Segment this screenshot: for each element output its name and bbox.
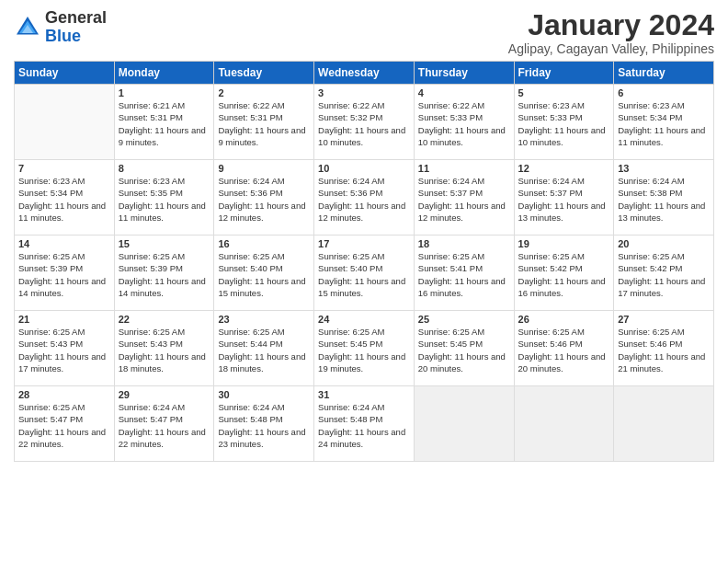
calendar-cell: 11Sunrise: 6:24 AMSunset: 5:37 PMDayligh… xyxy=(414,160,514,236)
header-row: Sunday Monday Tuesday Wednesday Thursday… xyxy=(15,62,714,85)
day-number: 16 xyxy=(218,238,310,249)
calendar-week-1: 7Sunrise: 6:23 AMSunset: 5:34 PMDaylight… xyxy=(15,160,714,236)
day-info: Sunrise: 6:24 AMSunset: 5:48 PMDaylight:… xyxy=(318,401,410,450)
calendar-cell xyxy=(614,386,714,462)
calendar-cell: 23Sunrise: 6:25 AMSunset: 5:44 PMDayligh… xyxy=(214,311,314,386)
col-thursday: Thursday xyxy=(414,62,514,85)
day-info: Sunrise: 6:25 AMSunset: 5:42 PMDaylight:… xyxy=(518,250,610,299)
month-title: January 2024 xyxy=(508,9,714,41)
day-number: 12 xyxy=(518,163,610,174)
calendar-cell: 15Sunrise: 6:25 AMSunset: 5:39 PMDayligh… xyxy=(114,236,214,311)
title-block: January 2024 Aglipay, Cagayan Valley, Ph… xyxy=(508,9,714,56)
calendar-cell: 3Sunrise: 6:22 AMSunset: 5:32 PMDaylight… xyxy=(314,85,415,160)
day-info: Sunrise: 6:25 AMSunset: 5:43 PMDaylight:… xyxy=(18,326,110,374)
calendar-cell: 1Sunrise: 6:21 AMSunset: 5:31 PMDaylight… xyxy=(114,85,214,160)
day-info: Sunrise: 6:25 AMSunset: 5:45 PMDaylight:… xyxy=(318,326,410,374)
day-info: Sunrise: 6:23 AMSunset: 5:34 PMDaylight:… xyxy=(618,99,710,148)
page-container: General Blue January 2024 Aglipay, Cagay… xyxy=(0,0,728,471)
calendar-week-4: 28Sunrise: 6:25 AMSunset: 5:47 PMDayligh… xyxy=(15,386,714,462)
col-wednesday: Wednesday xyxy=(314,62,415,85)
calendar-cell: 10Sunrise: 6:24 AMSunset: 5:36 PMDayligh… xyxy=(314,160,415,236)
logo-text: General Blue xyxy=(45,9,107,46)
calendar-week-3: 21Sunrise: 6:25 AMSunset: 5:43 PMDayligh… xyxy=(15,311,714,386)
calendar-week-2: 14Sunrise: 6:25 AMSunset: 5:39 PMDayligh… xyxy=(15,236,714,311)
col-friday: Friday xyxy=(514,62,614,85)
day-number: 29 xyxy=(119,389,210,400)
day-number: 15 xyxy=(119,238,210,249)
day-number: 19 xyxy=(518,238,610,249)
calendar-week-0: 1Sunrise: 6:21 AMSunset: 5:31 PMDaylight… xyxy=(15,85,714,160)
day-info: Sunrise: 6:24 AMSunset: 5:38 PMDaylight:… xyxy=(618,175,710,224)
calendar-cell: 22Sunrise: 6:25 AMSunset: 5:43 PMDayligh… xyxy=(114,311,214,386)
day-number: 20 xyxy=(618,238,710,249)
day-number: 25 xyxy=(418,314,510,325)
day-info: Sunrise: 6:24 AMSunset: 5:47 PMDaylight:… xyxy=(119,401,210,450)
calendar-cell: 9Sunrise: 6:24 AMSunset: 5:36 PMDaylight… xyxy=(214,160,314,236)
calendar-cell: 13Sunrise: 6:24 AMSunset: 5:38 PMDayligh… xyxy=(614,160,714,236)
day-number: 2 xyxy=(218,87,310,98)
calendar-cell: 28Sunrise: 6:25 AMSunset: 5:47 PMDayligh… xyxy=(15,386,115,462)
logo: General Blue xyxy=(14,9,107,46)
calendar-cell: 16Sunrise: 6:25 AMSunset: 5:40 PMDayligh… xyxy=(214,236,314,311)
calendar-table: Sunday Monday Tuesday Wednesday Thursday… xyxy=(14,61,714,462)
day-number: 31 xyxy=(318,389,410,400)
day-number: 7 xyxy=(18,163,110,174)
day-number: 1 xyxy=(119,87,210,98)
calendar-cell xyxy=(514,386,614,462)
col-tuesday: Tuesday xyxy=(214,62,314,85)
day-info: Sunrise: 6:25 AMSunset: 5:42 PMDaylight:… xyxy=(618,250,710,299)
col-saturday: Saturday xyxy=(614,62,714,85)
day-info: Sunrise: 6:23 AMSunset: 5:34 PMDaylight:… xyxy=(18,175,110,224)
day-info: Sunrise: 6:24 AMSunset: 5:37 PMDaylight:… xyxy=(418,175,510,224)
day-info: Sunrise: 6:25 AMSunset: 5:44 PMDaylight:… xyxy=(218,326,310,374)
day-number: 26 xyxy=(518,314,610,325)
day-number: 9 xyxy=(218,163,310,174)
calendar-cell: 8Sunrise: 6:23 AMSunset: 5:35 PMDaylight… xyxy=(114,160,214,236)
day-number: 11 xyxy=(418,163,510,174)
calendar-cell: 20Sunrise: 6:25 AMSunset: 5:42 PMDayligh… xyxy=(614,236,714,311)
day-number: 5 xyxy=(518,87,610,98)
day-info: Sunrise: 6:25 AMSunset: 5:40 PMDaylight:… xyxy=(318,250,410,299)
day-info: Sunrise: 6:23 AMSunset: 5:35 PMDaylight:… xyxy=(119,175,210,224)
day-number: 8 xyxy=(119,163,210,174)
col-sunday: Sunday xyxy=(15,62,115,85)
day-info: Sunrise: 6:21 AMSunset: 5:31 PMDaylight:… xyxy=(119,99,210,148)
calendar-cell xyxy=(15,85,115,160)
day-number: 30 xyxy=(218,389,310,400)
day-number: 3 xyxy=(318,87,410,98)
day-info: Sunrise: 6:25 AMSunset: 5:46 PMDaylight:… xyxy=(618,326,710,374)
day-info: Sunrise: 6:25 AMSunset: 5:45 PMDaylight:… xyxy=(418,326,510,374)
day-info: Sunrise: 6:22 AMSunset: 5:33 PMDaylight:… xyxy=(418,99,510,148)
logo-blue: Blue xyxy=(45,27,81,45)
subtitle: Aglipay, Cagayan Valley, Philippines xyxy=(508,41,714,56)
day-info: Sunrise: 6:25 AMSunset: 5:39 PMDaylight:… xyxy=(18,250,110,299)
day-number: 27 xyxy=(618,314,710,325)
calendar-cell: 12Sunrise: 6:24 AMSunset: 5:37 PMDayligh… xyxy=(514,160,614,236)
calendar-cell: 25Sunrise: 6:25 AMSunset: 5:45 PMDayligh… xyxy=(414,311,514,386)
day-info: Sunrise: 6:24 AMSunset: 5:48 PMDaylight:… xyxy=(218,401,310,450)
calendar-cell: 4Sunrise: 6:22 AMSunset: 5:33 PMDaylight… xyxy=(414,85,514,160)
day-info: Sunrise: 6:23 AMSunset: 5:33 PMDaylight:… xyxy=(518,99,610,148)
day-number: 24 xyxy=(318,314,410,325)
calendar-cell: 14Sunrise: 6:25 AMSunset: 5:39 PMDayligh… xyxy=(15,236,115,311)
calendar-cell: 29Sunrise: 6:24 AMSunset: 5:47 PMDayligh… xyxy=(114,386,214,462)
day-info: Sunrise: 6:24 AMSunset: 5:36 PMDaylight:… xyxy=(318,175,410,224)
calendar-cell: 5Sunrise: 6:23 AMSunset: 5:33 PMDaylight… xyxy=(514,85,614,160)
calendar-cell: 30Sunrise: 6:24 AMSunset: 5:48 PMDayligh… xyxy=(214,386,314,462)
calendar-cell: 7Sunrise: 6:23 AMSunset: 5:34 PMDaylight… xyxy=(15,160,115,236)
day-info: Sunrise: 6:25 AMSunset: 5:39 PMDaylight:… xyxy=(119,250,210,299)
col-monday: Monday xyxy=(114,62,214,85)
day-info: Sunrise: 6:24 AMSunset: 5:37 PMDaylight:… xyxy=(518,175,610,224)
calendar-cell xyxy=(414,386,514,462)
day-info: Sunrise: 6:22 AMSunset: 5:32 PMDaylight:… xyxy=(318,99,410,148)
calendar-cell: 17Sunrise: 6:25 AMSunset: 5:40 PMDayligh… xyxy=(314,236,415,311)
logo-icon xyxy=(14,14,41,41)
calendar-cell: 31Sunrise: 6:24 AMSunset: 5:48 PMDayligh… xyxy=(314,386,415,462)
day-info: Sunrise: 6:24 AMSunset: 5:36 PMDaylight:… xyxy=(218,175,310,224)
day-number: 18 xyxy=(418,238,510,249)
calendar-cell: 6Sunrise: 6:23 AMSunset: 5:34 PMDaylight… xyxy=(614,85,714,160)
day-number: 23 xyxy=(218,314,310,325)
calendar-cell: 26Sunrise: 6:25 AMSunset: 5:46 PMDayligh… xyxy=(514,311,614,386)
calendar-cell: 21Sunrise: 6:25 AMSunset: 5:43 PMDayligh… xyxy=(15,311,115,386)
day-info: Sunrise: 6:25 AMSunset: 5:40 PMDaylight:… xyxy=(218,250,310,299)
